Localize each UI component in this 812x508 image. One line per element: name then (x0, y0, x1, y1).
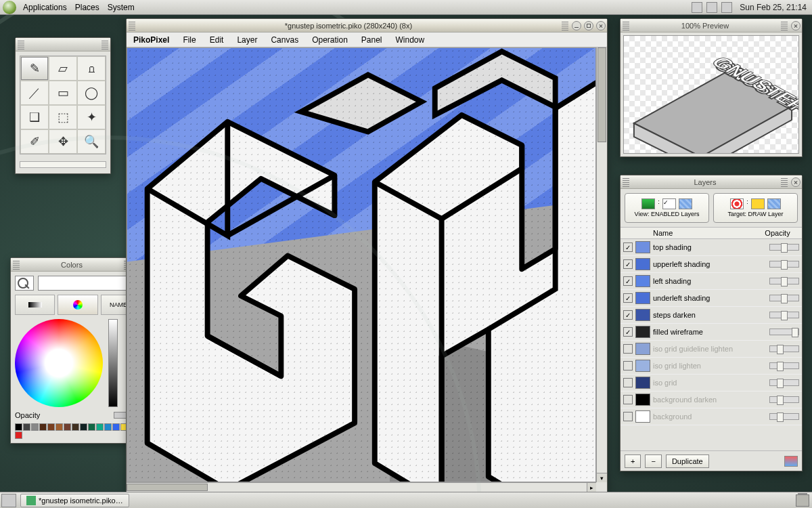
swatch[interactable] (112, 423, 120, 431)
menu-layer[interactable]: Layer (230, 35, 264, 45)
tool-lasso[interactable]: ❑ (20, 105, 49, 129)
layer-row[interactable]: ✓filled wireframe (621, 324, 802, 341)
tool-fill[interactable]: ⩍ (77, 56, 106, 81)
view-mode-pill[interactable]: :✓ View: ENABLED Layers (625, 193, 709, 223)
layers-close-button[interactable] (791, 177, 800, 187)
distro-logo-icon[interactable] (3, 1, 16, 14)
layer-visible-toggle[interactable]: ✓ (623, 327, 633, 337)
layer-opacity-slider[interactable] (769, 413, 799, 420)
swatch[interactable] (72, 423, 79, 431)
canvas-vscrollbar[interactable]: ▾ (596, 47, 607, 482)
preview-titlebar[interactable]: 100% Preview (621, 19, 802, 33)
canvas-minimize-button[interactable] (572, 21, 581, 30)
menu-window[interactable]: Window (389, 35, 432, 45)
layer-opacity-slider[interactable] (769, 329, 799, 335)
colors-close-button[interactable] (134, 260, 143, 270)
layer-row[interactable]: ✓underleft shading (621, 290, 802, 307)
layer-visible-toggle[interactable]: ✓ (623, 276, 633, 286)
add-layer-button[interactable]: + (625, 454, 641, 468)
mode-wheel-button[interactable] (58, 295, 97, 315)
menu-applications[interactable]: Applications (19, 3, 71, 12)
trash-icon[interactable] (796, 494, 809, 507)
layer-opacity-slider[interactable] (769, 362, 799, 369)
preview-close-button[interactable] (791, 21, 800, 30)
swatch[interactable] (15, 431, 22, 439)
target-mode-pill[interactable]: : Target: DRAW Layer (713, 193, 798, 223)
canvas-titlebar[interactable]: *gnustep isometric.piko (280x240) (8x) (127, 19, 607, 33)
layer-opacity-slider[interactable] (769, 396, 799, 403)
swatch[interactable] (120, 423, 128, 431)
layer-row[interactable]: iso grid lighten (621, 358, 802, 375)
mode-named-button[interactable]: NAMED (101, 295, 141, 315)
layer-opacity-slider[interactable] (769, 244, 799, 251)
hscroll-right-arrow-icon[interactable]: ▸ (587, 483, 596, 492)
swatch[interactable] (129, 423, 136, 431)
layer-visible-toggle[interactable]: ✓ (623, 259, 633, 269)
menu-operation[interactable]: Operation (305, 35, 355, 45)
layer-row[interactable]: iso grid guideline lighten (621, 341, 802, 358)
layer-opacity-slider[interactable] (769, 278, 799, 284)
menu-system[interactable]: System (104, 3, 139, 12)
task-button[interactable]: *gnustep isometric.piko… (20, 494, 129, 507)
show-desktop-button[interactable] (1, 494, 16, 507)
menu-places[interactable]: Places (71, 3, 104, 12)
tool-wand[interactable]: ✦ (77, 105, 106, 129)
menu-file[interactable]: File (176, 35, 202, 45)
swatch[interactable] (47, 423, 55, 431)
tool-move[interactable]: ✥ (49, 129, 77, 154)
swatch[interactable] (80, 423, 87, 431)
tool-ellipse[interactable]: ◯ (77, 81, 106, 105)
duplicate-layer-button[interactable]: Duplicate (666, 454, 709, 468)
panel-clock[interactable]: Sun Feb 25, 21:14 (734, 3, 812, 12)
swatch[interactable] (104, 423, 112, 431)
vscroll-down-arrow-icon[interactable]: ▾ (597, 473, 607, 482)
color-hex-input[interactable] (38, 276, 141, 291)
menu-panel[interactable]: Panel (355, 35, 389, 45)
tool-line[interactable]: ／ (20, 81, 49, 105)
tool-zoom[interactable]: 🔍 (77, 129, 106, 154)
swatch[interactable] (31, 423, 39, 431)
swatch[interactable] (64, 423, 71, 431)
pixel-canvas[interactable] (127, 47, 596, 482)
layer-opacity-slider[interactable] (769, 379, 799, 386)
swatch[interactable] (55, 423, 63, 431)
layer-opacity-slider[interactable] (769, 295, 799, 301)
opacity-slider[interactable] (114, 412, 141, 419)
layer-visible-toggle[interactable]: ✓ (623, 242, 633, 252)
swatch[interactable] (39, 423, 47, 431)
swatch[interactable] (88, 423, 95, 431)
layer-opacity-slider[interactable] (769, 261, 799, 268)
tool-rect[interactable]: ▭ (49, 81, 77, 105)
layer-visible-toggle[interactable]: ✓ (623, 293, 633, 303)
layer-visible-toggle[interactable] (623, 361, 633, 371)
swatch[interactable] (15, 423, 22, 431)
canvas-maximize-button[interactable] (584, 21, 593, 30)
mode-gray-button[interactable] (15, 295, 55, 315)
layer-visible-toggle[interactable] (623, 395, 633, 404)
swatch[interactable] (96, 423, 104, 431)
tool-select[interactable]: ⬚ (49, 105, 77, 129)
layers-list[interactable]: ✓top shading✓upperleft shading✓left shad… (621, 239, 802, 450)
layer-visible-toggle[interactable]: ✓ (623, 310, 633, 320)
volume-icon[interactable] (692, 2, 702, 13)
vscroll-thumb[interactable] (597, 47, 606, 142)
swatch[interactable] (23, 423, 30, 431)
layer-row[interactable]: background darken (621, 391, 802, 408)
layer-opacity-slider[interactable] (769, 345, 799, 352)
canvas-close-button[interactable] (596, 21, 606, 30)
layer-visible-toggle[interactable] (623, 344, 633, 354)
layer-row[interactable]: iso grid (621, 375, 802, 391)
layers-titlebar[interactable]: Layers (621, 175, 802, 189)
calendar-icon[interactable] (721, 2, 732, 13)
layer-row[interactable]: ✓left shading (621, 273, 802, 290)
toolbox-titlebar[interactable] (16, 38, 110, 51)
layer-row[interactable]: background (621, 408, 802, 425)
layer-opacity-slider[interactable] (769, 312, 799, 318)
magnifier-icon[interactable] (15, 276, 34, 291)
tool-options-bar[interactable] (20, 161, 106, 168)
tool-pencil[interactable]: ✎ (20, 56, 49, 81)
tool-picker[interactable]: ✐ (20, 129, 49, 154)
menu-edit[interactable]: Edit (203, 35, 231, 45)
layer-visible-toggle[interactable] (623, 412, 633, 421)
color-wheel[interactable] (15, 319, 103, 407)
